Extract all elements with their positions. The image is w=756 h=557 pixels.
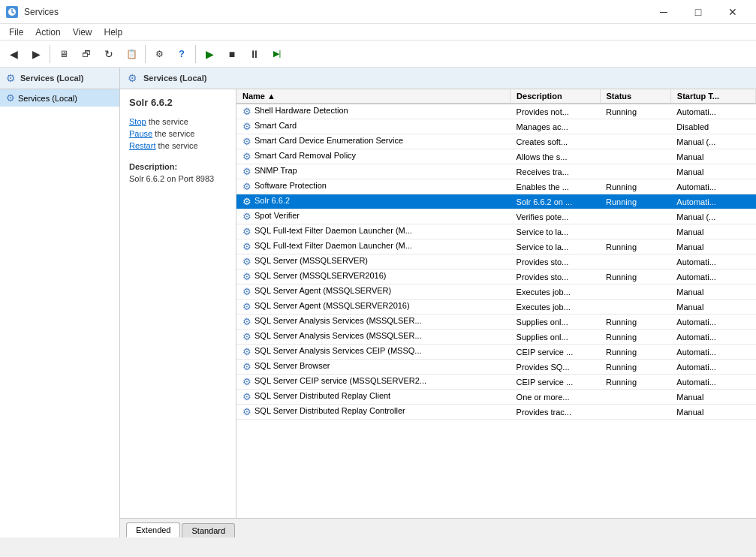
menu-file[interactable]: File	[3, 24, 29, 41]
pause-link[interactable]: Pause	[129, 129, 152, 138]
service-status-cell: Running	[600, 360, 670, 375]
stop-link[interactable]: Stop	[129, 117, 146, 126]
minimize-button[interactable]: ─	[646, 0, 681, 24]
service-startup-cell: Automati...	[670, 330, 755, 345]
service-status-cell: Running	[600, 269, 670, 285]
help-button[interactable]: ?	[171, 44, 192, 65]
table-row[interactable]: ⚙SQL Server Distributed Replay ClientOne…	[236, 390, 756, 405]
resume-service-button[interactable]: ▶|	[267, 44, 288, 65]
refresh-button[interactable]: ↻	[98, 44, 119, 65]
service-desc-cell: CEIP service ...	[511, 375, 600, 390]
table-row[interactable]: ⚙Smart CardManages ac...Disabled	[236, 119, 756, 134]
service-name-cell: ⚙Spot Verifier	[236, 209, 511, 224]
table-row[interactable]: ⚙Spot VerifierVerifies pote...Manual (..…	[236, 209, 756, 224]
table-row[interactable]: ⚙Solr 6.6.2Solr 6.6.2 on ...RunningAutom…	[236, 194, 756, 209]
service-desc-cell: Service to la...	[511, 224, 600, 239]
service-name-cell: ⚙Smart Card Device Enumeration Service	[236, 134, 511, 149]
table-row[interactable]: ⚙SQL Server Agent (MSSQLSERVER)Executes …	[236, 285, 756, 300]
tab-extended[interactable]: Extended	[126, 522, 180, 537]
service-desc-cell: Executes job...	[511, 285, 600, 300]
forward-button[interactable]: ▶	[26, 44, 47, 65]
content-header-icon: ⚙	[128, 72, 137, 84]
service-title: Solr 6.6.2	[129, 97, 227, 108]
menu-action[interactable]: Action	[29, 24, 66, 41]
service-name-cell: ⚙SQL Server Analysis Services (MSSQLSER.…	[236, 315, 511, 330]
sidebar-item-services-local[interactable]: ⚙ Services (Local)	[0, 89, 119, 107]
service-desc-cell: Allows the s...	[511, 149, 600, 164]
content-header-text: Services (Local)	[143, 74, 206, 83]
service-status-cell	[600, 164, 670, 179]
pause-action: Pause the service	[129, 129, 227, 138]
col-header-name[interactable]: Name ▲	[236, 89, 511, 104]
table-row[interactable]: ⚙SQL Full-text Filter Daemon Launcher (M…	[236, 239, 756, 254]
table-header-row: Name ▲ Description Status Startup T...	[236, 89, 756, 104]
service-status-cell	[600, 119, 670, 134]
service-startup-cell: Automati...	[670, 104, 755, 119]
export-list-button[interactable]: 📋	[121, 44, 142, 65]
table-row[interactable]: ⚙SQL Server CEIP service (MSSQLSERVER2..…	[236, 375, 756, 390]
restore-button[interactable]: □	[681, 0, 715, 24]
table-row[interactable]: ⚙SQL Server Analysis Services CEIP (MSSQ…	[236, 345, 756, 360]
service-status-cell	[600, 134, 670, 149]
menu-bar: File Action View Help	[0, 24, 756, 41]
table-row[interactable]: ⚙Shell Hardware DetectionProvides not...…	[236, 104, 756, 119]
restart-action-text: the service	[158, 141, 198, 150]
restart-link[interactable]: Restart	[129, 141, 155, 150]
new-window-button[interactable]: 🗗	[76, 44, 97, 65]
service-status-cell: Running	[600, 239, 670, 254]
table-row[interactable]: ⚙SQL Server Analysis Services (MSSQLSER.…	[236, 315, 756, 330]
pause-service-button[interactable]: ⏸	[244, 44, 265, 65]
stop-service-button[interactable]: ■	[221, 44, 242, 65]
service-name-cell: ⚙SNMP Trap	[236, 164, 511, 179]
service-desc-cell: CEIP service ...	[511, 345, 600, 360]
table-row[interactable]: ⚙SQL Full-text Filter Daemon Launcher (M…	[236, 224, 756, 239]
service-name-cell: ⚙SQL Server (MSSQLSERVER2016)	[236, 269, 511, 285]
table-row[interactable]: ⚙SQL Server BrowserProvides SQ...Running…	[236, 360, 756, 375]
separator-2	[145, 45, 146, 63]
table-row[interactable]: ⚙SQL Server Analysis Services (MSSQLSER.…	[236, 330, 756, 345]
menu-view[interactable]: View	[67, 24, 98, 41]
start-service-button[interactable]: ▶	[199, 44, 220, 65]
service-startup-cell: Manual	[670, 390, 755, 405]
info-panel: Solr 6.6.2 Stop the service Pause the se…	[120, 89, 236, 518]
services-local-tree-label: Services (Local)	[18, 94, 77, 103]
stop-action: Stop the service	[129, 117, 227, 126]
service-status-cell	[600, 300, 670, 315]
table-row[interactable]: ⚙Smart Card Device Enumeration ServiceCr…	[236, 134, 756, 149]
properties-button[interactable]: ⚙	[149, 44, 170, 65]
back-button[interactable]: ◀	[3, 44, 24, 65]
service-status-cell	[600, 209, 670, 224]
table-row[interactable]: ⚙SQL Server Distributed Replay Controlle…	[236, 405, 756, 420]
service-desc-cell: Solr 6.6.2 on ...	[511, 194, 600, 209]
service-name-cell: ⚙SQL Full-text Filter Daemon Launcher (M…	[236, 224, 511, 239]
service-desc-cell: Enables the ...	[511, 179, 600, 194]
tab-standard[interactable]: Standard	[182, 523, 235, 537]
table-row[interactable]: ⚙SQL Server Agent (MSSQLSERVER2016)Execu…	[236, 300, 756, 315]
service-name-cell: ⚙Smart Card Removal Policy	[236, 149, 511, 164]
service-name-cell: ⚙SQL Server Analysis Services CEIP (MSSQ…	[236, 345, 511, 360]
service-desc-cell: Creates soft...	[511, 134, 600, 149]
table-row[interactable]: ⚙SNMP TrapReceives tra...Manual	[236, 164, 756, 179]
col-header-status[interactable]: Status	[600, 89, 670, 104]
window-title: Services	[24, 7, 59, 17]
show-hide-console-tree-button[interactable]: 🖥	[53, 44, 74, 65]
service-name-cell: ⚙SQL Server Agent (MSSQLSERVER2016)	[236, 300, 511, 315]
col-header-description[interactable]: Description	[511, 89, 600, 104]
stop-action-text: the service	[149, 117, 188, 126]
table-row[interactable]: ⚙Software ProtectionEnables the ...Runni…	[236, 179, 756, 194]
services-table-container[interactable]: Name ▲ Description Status Startup T... ⚙…	[236, 89, 756, 518]
service-startup-cell: Disabled	[670, 119, 755, 134]
table-row[interactable]: ⚙SQL Server (MSSQLSERVER)Provides sto...…	[236, 254, 756, 269]
table-row[interactable]: ⚙SQL Server (MSSQLSERVER2016)Provides st…	[236, 269, 756, 285]
close-button[interactable]: ✕	[715, 0, 750, 24]
title-bar-left: Services	[6, 6, 59, 18]
service-status-cell	[600, 149, 670, 164]
bottom-tabs: Extended Standard	[120, 518, 756, 537]
col-header-startup[interactable]: Startup T...	[670, 89, 755, 104]
service-startup-cell: Automati...	[670, 179, 755, 194]
table-row[interactable]: ⚙Smart Card Removal PolicyAllows the s..…	[236, 149, 756, 164]
menu-help[interactable]: Help	[98, 24, 129, 41]
services-table: Name ▲ Description Status Startup T... ⚙…	[236, 89, 756, 420]
service-desc-cell: Provides sto...	[511, 254, 600, 269]
service-desc-cell: Provides trac...	[511, 405, 600, 420]
